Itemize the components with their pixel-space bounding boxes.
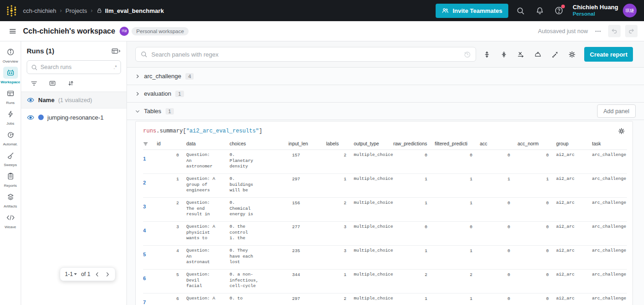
- panel-search-input[interactable]: [151, 51, 460, 58]
- notifications-bell-icon[interactable]: [532, 3, 547, 18]
- avatar[interactable]: 琪婕: [623, 4, 637, 17]
- cell-output-type: multiple_choice: [354, 198, 393, 222]
- eye-icon[interactable]: [27, 114, 34, 121]
- table-settings-gear-icon[interactable]: [618, 127, 625, 135]
- row-index-link[interactable]: 5: [143, 246, 157, 257]
- run-list-item[interactable]: jumping-resonance-1: [21, 109, 126, 126]
- top-navbar: cch-chichieh › Projects › llm_eval_bench…: [0, 0, 644, 21]
- create-report-button[interactable]: Create report: [584, 47, 633, 62]
- regex-toggle[interactable]: .*: [114, 64, 117, 70]
- column-filter-icon[interactable]: [143, 139, 157, 150]
- undo-icon[interactable]: [608, 25, 621, 37]
- row-index-link[interactable]: 2: [143, 174, 157, 185]
- column-header[interactable]: acc: [480, 139, 518, 150]
- cell-group: ai2_arc: [556, 246, 592, 270]
- column-header[interactable]: task: [592, 139, 627, 150]
- help-icon[interactable]: [552, 3, 566, 18]
- row-index-link[interactable]: 1: [143, 150, 157, 161]
- clipboard-icon: [3, 170, 18, 182]
- section-tables[interactable]: Tables 1 Add panel: [127, 103, 644, 120]
- search-icon[interactable]: [513, 3, 528, 18]
- cell-choices: 0. They have each lost ···: [230, 246, 288, 270]
- next-page-icon[interactable]: [104, 271, 110, 277]
- columns-settings-icon[interactable]: [49, 80, 56, 87]
- expand-panels-icon[interactable]: [480, 48, 493, 61]
- runs-search-box: .*: [27, 60, 121, 74]
- row-index-link[interactable]: 3: [143, 198, 157, 209]
- breadcrumb-project[interactable]: llm_eval_benchmark: [96, 7, 164, 14]
- column-header[interactable]: output_type: [354, 139, 393, 150]
- search-history-icon[interactable]: [464, 51, 471, 58]
- cell-output-type: multiple_choice: [354, 270, 393, 293]
- breadcrumb-entity[interactable]: cch-chichieh: [23, 7, 56, 14]
- eye-icon[interactable]: [27, 96, 34, 104]
- sidebar-item-automations[interactable]: Automat.: [0, 129, 21, 146]
- sidebar-item-artifacts[interactable]: Artifacts: [0, 191, 21, 208]
- cell-data: Question: The end result in ···: [186, 198, 230, 222]
- sidebar-item-sweeps[interactable]: Sweeps: [0, 150, 21, 167]
- section-arc-challenge[interactable]: arc_challenge 4: [127, 68, 644, 85]
- panel-sweep-icon[interactable]: [531, 48, 544, 61]
- chevron-right-icon: [135, 92, 140, 96]
- expand-run-table-icon[interactable]: [111, 47, 121, 55]
- filter-icon[interactable]: [30, 80, 38, 87]
- run-name[interactable]: jumping-resonance-1: [47, 114, 104, 121]
- chevron-down-icon: [135, 109, 140, 114]
- breadcrumb-separator: ›: [91, 7, 92, 14]
- column-header[interactable]: input_len: [288, 139, 326, 150]
- workspace-badge: Personal workspace: [132, 27, 189, 35]
- sidebar-item-runs[interactable]: Runs: [0, 87, 21, 105]
- workspace-settings-gear-icon[interactable]: [565, 48, 578, 61]
- prev-page-icon[interactable]: [94, 271, 100, 277]
- sidebar-item-workspace[interactable]: Workspace: [0, 67, 21, 84]
- cell-labels: 3: [326, 246, 354, 270]
- cell-acc: 0: [480, 150, 518, 174]
- page-total: of 1: [81, 271, 90, 277]
- redo-icon[interactable]: [625, 25, 638, 37]
- cell-acc: 0: [480, 222, 518, 246]
- row-index-link[interactable]: 4: [143, 222, 157, 233]
- column-header[interactable]: raw_predictions: [393, 139, 435, 150]
- breadcrumb-projects[interactable]: Projects: [65, 7, 87, 14]
- cell-id: 0: [157, 150, 186, 174]
- cell-data: Question: A group of engineers ···: [186, 174, 230, 198]
- invite-teammates-button[interactable]: Invite Teammates: [436, 4, 508, 18]
- column-header[interactable]: group: [556, 139, 592, 150]
- add-panel-button[interactable]: Add panel: [597, 104, 636, 118]
- cell-task: arc_challenge: [592, 198, 627, 222]
- sort-icon[interactable]: [67, 80, 75, 87]
- column-header[interactable]: acc_norm: [518, 139, 556, 150]
- topnav-actions: Invite Teammates Chichieh Huang Personal: [436, 3, 637, 18]
- user-menu[interactable]: Chichieh Huang Personal: [573, 4, 618, 17]
- column-header[interactable]: filtered_predicti: [435, 139, 480, 150]
- cell-id: 5: [157, 270, 186, 293]
- runs-pagination: 1-1 of 1: [60, 267, 115, 281]
- cell-acc-norm: 0: [518, 150, 556, 174]
- x-axis-settings-icon[interactable]: [514, 48, 527, 61]
- wandb-logo-icon[interactable]: [0, 0, 23, 21]
- section-evaluation[interactable]: evaluation 1: [127, 85, 644, 103]
- column-header[interactable]: data: [186, 139, 230, 150]
- sidebar-item-weave[interactable]: Weave: [0, 212, 21, 229]
- cell-group: ai2_arc: [556, 222, 592, 246]
- row-index-link[interactable]: 7: [143, 293, 157, 305]
- menu-icon[interactable]: [6, 25, 18, 37]
- column-header[interactable]: id: [157, 139, 186, 150]
- column-header[interactable]: labels: [326, 139, 354, 150]
- cell-group: ai2_arc: [556, 198, 592, 222]
- row-index-link[interactable]: 6: [143, 270, 157, 281]
- more-options-icon[interactable]: [592, 28, 604, 35]
- page-range-dropdown[interactable]: 1-1: [65, 271, 77, 277]
- sidebar-item-jobs[interactable]: Jobs: [0, 108, 21, 126]
- cell-filtered-predictions: 0: [435, 150, 480, 174]
- cell-task: arc_challenge: [592, 222, 627, 246]
- sidebar-item-overview[interactable]: Overview: [0, 46, 21, 63]
- collapse-panels-icon[interactable]: [497, 48, 510, 61]
- sidebar-item-reports[interactable]: Reports: [0, 170, 21, 188]
- cell-raw-predictions: 2: [393, 270, 435, 293]
- cell-labels: 1: [326, 174, 354, 198]
- name-column-header[interactable]: Name: [38, 97, 54, 104]
- runs-search-input[interactable]: [40, 64, 111, 70]
- column-header[interactable]: choices: [230, 139, 288, 150]
- outliers-icon[interactable]: [548, 48, 561, 61]
